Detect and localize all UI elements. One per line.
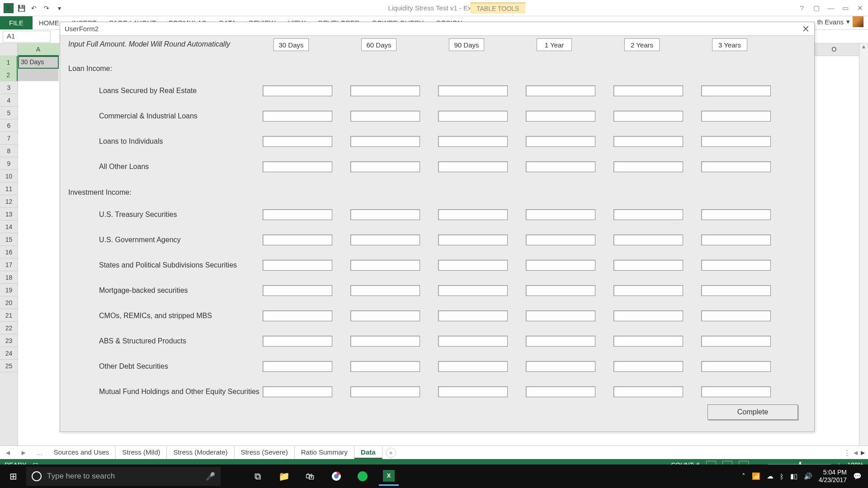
input-field[interactable] — [263, 386, 332, 397]
store-icon[interactable]: 🛍 — [300, 467, 320, 486]
input-field[interactable] — [263, 136, 332, 147]
start-button[interactable]: ⊞ — [0, 471, 26, 482]
hscroll-divider-icon[interactable]: ⋮ — [844, 449, 850, 457]
bluetooth-icon[interactable]: ᛒ — [780, 473, 784, 480]
input-field[interactable] — [701, 386, 771, 397]
hscroll-right-icon[interactable]: ► — [859, 449, 866, 456]
tab-nav-next-icon[interactable]: ► — [16, 449, 32, 456]
onedrive-icon[interactable]: ☁ — [767, 472, 774, 480]
input-field[interactable] — [263, 85, 332, 96]
excel-taskbar-icon[interactable]: X — [379, 467, 399, 486]
input-field[interactable] — [263, 336, 332, 347]
taskbar-clock[interactable]: 5:04 PM 4/23/2017 — [819, 469, 847, 484]
row-header-5[interactable]: 5 — [0, 107, 18, 119]
input-field[interactable] — [438, 285, 508, 296]
row-header-3[interactable]: 3 — [0, 81, 18, 94]
close-icon[interactable]: ✕ — [854, 4, 865, 12]
select-all-corner[interactable] — [0, 43, 18, 56]
input-field[interactable] — [350, 310, 420, 321]
row-header-8[interactable]: 8 — [0, 145, 18, 157]
tray-expand-icon[interactable]: ˄ — [742, 472, 745, 480]
input-field[interactable] — [701, 209, 771, 220]
task-view-icon[interactable]: ⧉ — [248, 467, 268, 486]
input-field[interactable] — [613, 209, 683, 220]
input-field[interactable] — [526, 85, 595, 96]
row-header-7[interactable]: 7 — [0, 132, 18, 145]
input-field[interactable] — [701, 361, 771, 372]
input-field[interactable] — [350, 85, 420, 96]
input-field[interactable] — [701, 260, 771, 271]
input-field[interactable] — [613, 310, 683, 321]
input-field[interactable] — [613, 285, 683, 296]
input-field[interactable] — [526, 336, 595, 347]
input-field[interactable] — [350, 285, 420, 296]
col-header-a[interactable]: A — [18, 43, 59, 56]
input-field[interactable] — [438, 85, 508, 96]
input-field[interactable] — [438, 361, 508, 372]
input-field[interactable] — [438, 336, 508, 347]
input-field[interactable] — [701, 111, 771, 122]
sheet-tab-stress-severe-[interactable]: Stress (Severe) — [235, 446, 295, 459]
row-header-15[interactable]: 15 — [0, 233, 18, 246]
input-field[interactable] — [701, 136, 771, 147]
input-field[interactable] — [350, 136, 420, 147]
input-field[interactable] — [263, 111, 332, 122]
row-header-19[interactable]: 19 — [0, 284, 18, 296]
input-field[interactable] — [613, 235, 683, 245]
input-field[interactable] — [350, 260, 420, 271]
input-field[interactable] — [526, 260, 595, 271]
input-field[interactable] — [263, 161, 332, 172]
input-field[interactable] — [701, 310, 771, 321]
tab-nav-prev-icon[interactable]: ◄ — [0, 449, 16, 456]
undo-icon[interactable]: ↶ — [29, 3, 39, 13]
input-field[interactable] — [613, 336, 683, 347]
input-field[interactable] — [701, 161, 771, 172]
row-header-14[interactable]: 14 — [0, 221, 18, 233]
input-field[interactable] — [613, 361, 683, 372]
input-field[interactable] — [263, 235, 332, 245]
input-field[interactable] — [613, 161, 683, 172]
row-header-10[interactable]: 10 — [0, 170, 18, 183]
input-field[interactable] — [613, 111, 683, 122]
row-header-11[interactable]: 11 — [0, 183, 18, 195]
input-field[interactable] — [526, 209, 595, 220]
row-header-24[interactable]: 24 — [0, 347, 18, 360]
input-field[interactable] — [263, 361, 332, 372]
scroll-up-icon[interactable]: ▲ — [859, 43, 868, 52]
save-icon[interactable]: 💾 — [16, 3, 26, 13]
input-field[interactable] — [438, 310, 508, 321]
qat-dropdown-icon[interactable]: ▾ — [54, 3, 64, 13]
file-tab[interactable]: FILE — [0, 16, 33, 29]
tab-nav-more-icon[interactable]: … — [32, 449, 47, 456]
name-box[interactable]: A1 — [3, 31, 51, 42]
taskbar-search[interactable]: Type here to search 🎤 — [26, 467, 221, 486]
input-field[interactable] — [350, 209, 420, 220]
row-header-17[interactable]: 17 — [0, 258, 18, 271]
sheet-tab-data[interactable]: Data — [354, 446, 382, 459]
cell-a1[interactable]: 30 Days — [18, 56, 59, 69]
vertical-scrollbar[interactable]: ▲ — [859, 43, 868, 446]
row-header-13[interactable]: 13 — [0, 208, 18, 221]
wifi-icon[interactable]: 📶 — [752, 472, 760, 480]
account-area[interactable]: th Evans ▾ — [817, 16, 863, 27]
chrome-icon[interactable] — [326, 467, 346, 486]
file-explorer-icon[interactable]: 📁 — [274, 467, 294, 486]
input-field[interactable] — [701, 336, 771, 347]
input-field[interactable] — [263, 260, 332, 271]
volume-icon[interactable]: 🔊 — [804, 472, 812, 480]
row-header-21[interactable]: 21 — [0, 309, 18, 322]
complete-button[interactable]: Complete — [708, 404, 798, 420]
sheet-tab-sources-and-uses[interactable]: Sources and Uses — [47, 446, 116, 459]
row-header-9[interactable]: 9 — [0, 157, 18, 170]
input-field[interactable] — [526, 136, 595, 147]
input-field[interactable] — [526, 285, 595, 296]
row-header-12[interactable]: 12 — [0, 195, 18, 208]
input-field[interactable] — [438, 111, 508, 122]
minimize-icon[interactable]: — — [826, 4, 836, 12]
input-field[interactable] — [438, 260, 508, 271]
row-header-2[interactable]: 2 — [0, 69, 18, 81]
input-field[interactable] — [438, 136, 508, 147]
input-field[interactable] — [350, 235, 420, 245]
sheet-tab-stress-moderate-[interactable]: Stress (Moderate) — [167, 446, 234, 459]
input-field[interactable] — [350, 111, 420, 122]
